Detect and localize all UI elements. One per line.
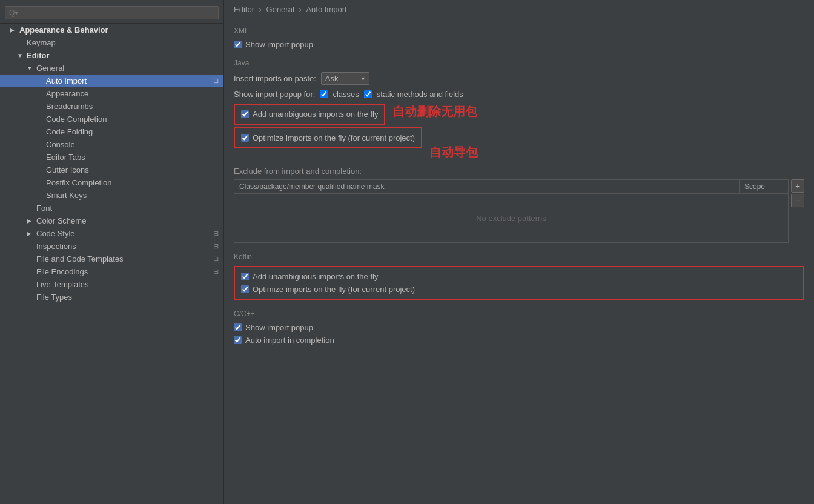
exclude-table-body: No exclude patterns [234,194,788,242]
kotlin-optimize-imports-row: Optimize imports on the fly (for current… [241,285,797,294]
sidebar-item-postfix-completion[interactable]: Postfix Completion [0,176,223,189]
cpp-auto-import-row: Auto import in completion [234,336,804,345]
sidebar-item-console[interactable]: Console [0,138,223,151]
kotlin-section: Kotlin Add unambiguous imports on the fl… [234,253,804,300]
sidebar-item-editor[interactable]: ▼ Editor [0,49,223,62]
sidebar-item-code-style[interactable]: ▶ Code Style ⊞ [0,227,223,240]
sidebar-item-file-code-templates[interactable]: File and Code Templates ⊞ [0,253,223,265]
sidebar-item-inspections[interactable]: Inspections ⊞ [0,240,223,253]
table-buttons: + − [791,179,804,207]
cpp-auto-import-label: Auto import in completion [245,336,334,345]
copy-icon: ⊞ [213,77,219,85]
content-area: Editor › General › Auto Import XML Show … [224,0,814,504]
show-import-classes-checkbox[interactable] [320,90,328,98]
insert-imports-dropdown-wrapper: Ask Always Never [321,72,369,85]
sidebar-item-label: Appearance [46,89,88,98]
java-section-label: Java [234,59,804,67]
sidebar-item-gutter-icons[interactable]: Gutter Icons [0,164,223,176]
sidebar-item-label: File Types [36,293,72,302]
breadcrumb-sep-2: › [299,5,303,14]
cpp-show-import-row: Show import popup [234,323,804,332]
cpp-auto-import-checkbox[interactable] [234,336,242,344]
breadcrumb-part-2: General [266,5,294,14]
cpp-show-import-checkbox[interactable] [234,323,242,331]
content-body: XML Show import popup Java Insert import… [224,19,814,362]
sidebar-item-appearance-behavior[interactable]: ▶ Appearance & Behavior [0,24,223,36]
sidebar-item-general[interactable]: ▼ General [0,62,223,75]
sidebar-item-code-folding[interactable]: Code Folding [0,125,223,138]
annotation-2: 自动导包 [429,144,478,161]
sidebar-item-auto-import[interactable]: Auto Import ⊞ [0,75,223,87]
exclude-table-header: Class/package/member qualified name mask… [234,180,788,194]
sidebar-item-label: Postfix Completion [46,178,111,187]
sidebar-item-label: Live Templates [36,280,88,289]
sidebar-item-keymap[interactable]: Keymap [0,36,223,49]
exclude-col1-header: Class/package/member qualified name mask [234,180,740,193]
arrow-icon: ▼ [17,52,24,59]
sidebar-item-appearance[interactable]: Appearance [0,87,223,100]
arrow-icon: ▼ [27,65,34,71]
kotlin-section-label: Kotlin [234,253,804,261]
add-pattern-button[interactable]: + [791,179,804,193]
kotlin-add-unambiguous-label: Add unambiguous imports on the fly [253,272,378,281]
sidebar-item-file-encodings[interactable]: File Encodings ⊞ [0,265,223,278]
xml-section-label: XML [234,27,804,35]
sidebar-item-label: Breadcrumbs [46,102,93,111]
copy-icon: ⊞ [213,268,219,276]
arrow-icon: ▶ [10,27,17,33]
xml-section: XML Show import popup [234,27,804,49]
sidebar-item-label: Code Completion [46,114,107,124]
sidebar-item-label: Keymap [27,38,56,47]
optimize-imports-box: Optimize imports on the fly (for current… [234,127,422,148]
show-import-popup-for-row: Show import popup for: classes static me… [234,90,804,99]
kotlin-optimize-imports-checkbox[interactable] [241,285,249,293]
show-import-classes-label: classes [333,90,359,99]
show-import-static-checkbox[interactable] [364,90,372,98]
sidebar-item-label: Appearance & Behavior [19,25,108,35]
insert-imports-dropdown[interactable]: Ask Always Never [321,72,369,85]
sidebar-item-editor-tabs[interactable]: Editor Tabs [0,151,223,164]
sidebar: ▶ Appearance & Behavior Keymap ▼ Editor … [0,0,224,504]
sidebar-item-label: Editor [27,51,50,60]
insert-imports-label: Insert imports on paste: [234,74,316,83]
cpp-section: C/C++ Show import popup Auto import in c… [234,310,804,345]
optimize-imports-row: Optimize imports on the fly (for current… [241,133,415,142]
add-unambiguous-box: Add unambiguous imports on the fly [234,104,385,125]
sidebar-item-label: File Encodings [36,267,88,276]
exclude-table-outer: Class/package/member qualified name mask… [234,179,804,243]
sidebar-item-label: Auto Import [46,76,87,85]
sidebar-item-color-scheme[interactable]: ▶ Color Scheme [0,214,223,227]
show-import-popup-for-label: Show import popup for: [234,90,315,99]
java-section: Java Insert imports on paste: Ask Always… [234,59,804,243]
copy-icon: ⊞ [213,255,219,263]
sidebar-item-code-completion[interactable]: Code Completion [0,113,223,125]
sidebar-item-label: Editor Tabs [46,153,85,162]
kotlin-add-unambiguous-checkbox[interactable] [241,273,249,280]
search-input[interactable] [5,6,219,19]
sidebar-item-font[interactable]: Font [0,202,223,214]
main-container: ▶ Appearance & Behavior Keymap ▼ Editor … [0,0,814,504]
sidebar-item-smart-keys[interactable]: Smart Keys [0,189,223,202]
add-unambiguous-label: Add unambiguous imports on the fly [253,110,378,119]
exclude-col2-header: Scope [740,180,788,193]
remove-pattern-button[interactable]: − [791,194,804,207]
sidebar-item-label: Console [46,140,75,149]
sidebar-item-label: Code Folding [46,127,93,136]
show-import-static-label: static methods and fields [377,90,463,99]
add-unambiguous-checkbox[interactable] [241,110,249,118]
annotation-1: 自动删除无用包 [392,104,477,120]
copy-icon: ⊞ [213,230,219,237]
breadcrumb-part-1: Editor [234,5,254,14]
breadcrumb-sep-1: › [259,5,264,14]
add-unambiguous-row: Add unambiguous imports on the fly [241,110,378,119]
copy-icon: ⊞ [213,242,219,250]
xml-show-import-popup-checkbox[interactable] [234,41,242,48]
sidebar-item-live-templates[interactable]: Live Templates [0,278,223,291]
sidebar-item-label: Inspections [36,242,76,251]
exclude-table: Class/package/member qualified name mask… [234,179,789,243]
optimize-imports-checkbox[interactable] [241,134,249,142]
sidebar-item-breadcrumbs[interactable]: Breadcrumbs [0,100,223,113]
sidebar-item-label: Font [36,204,52,213]
cpp-section-label: C/C++ [234,310,804,318]
sidebar-item-file-types[interactable]: File Types [0,291,223,303]
